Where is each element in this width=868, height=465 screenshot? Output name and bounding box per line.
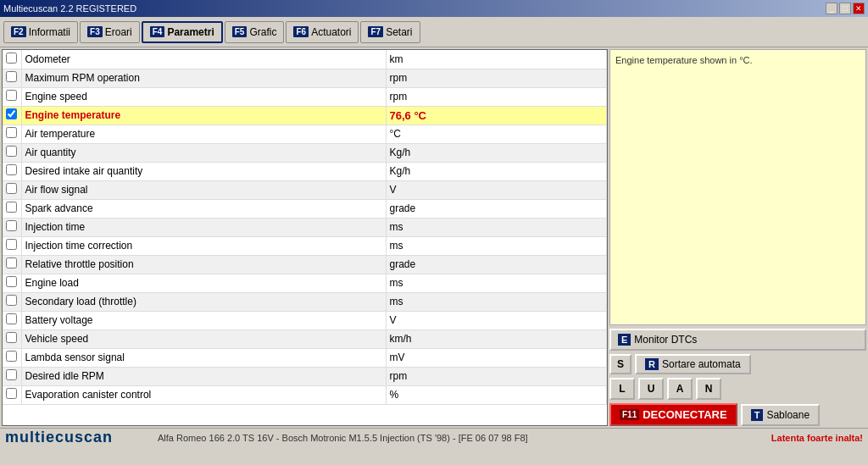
param-checkbox-cell[interactable] [3, 385, 21, 404]
table-row: Maximum RPM operationrpm [3, 69, 607, 87]
tab-key-3: F5 [232, 26, 248, 37]
param-checkbox-cell[interactable] [3, 218, 21, 236]
param-name: Odometer [21, 50, 386, 69]
param-unit: Kg/h [386, 162, 607, 180]
tab-setari[interactable]: F7Setari [360, 21, 420, 43]
param-checkbox[interactable] [6, 90, 17, 101]
param-checkbox[interactable] [6, 146, 17, 157]
latenta-text: Latenta foarte inalta! [771, 433, 863, 443]
param-checkbox[interactable] [6, 257, 17, 268]
tab-eroari[interactable]: F3Eroari [80, 21, 140, 43]
table-row: Spark advancegrade [3, 199, 607, 218]
maximize-btn[interactable]: □ [839, 3, 851, 14]
decon-key-badge: F11 [620, 409, 639, 420]
param-checkbox[interactable] [6, 108, 17, 119]
main-area: OdometerkmMaximum RPM operationrpmEngine… [0, 47, 868, 428]
param-name: Desired intake air quantity [21, 162, 386, 180]
sortare-row: SRSortare automata [609, 354, 866, 374]
param-unit: rpm [386, 367, 607, 385]
param-checkbox[interactable] [6, 369, 17, 380]
param-checkbox-cell[interactable] [3, 311, 21, 329]
param-checkbox[interactable] [6, 127, 17, 138]
table-row: Air flow signalV [3, 180, 607, 199]
param-checkbox-cell[interactable] [3, 367, 21, 385]
param-table: OdometerkmMaximum RPM operationrpmEngine… [3, 50, 607, 405]
param-checkbox-cell[interactable] [3, 69, 21, 87]
tab-grafic[interactable]: F5Grafic [225, 21, 285, 43]
param-checkbox[interactable] [6, 202, 17, 213]
param-checkbox-cell[interactable] [3, 292, 21, 311]
param-unit: km/h [386, 329, 607, 348]
param-checkbox[interactable] [6, 220, 17, 231]
tab-label-1: Eroari [105, 26, 132, 38]
param-checkbox[interactable] [6, 239, 17, 250]
table-row: Relative throttle positiongrade [3, 255, 607, 274]
param-checkbox-cell[interactable] [3, 274, 21, 292]
deconectare-btn[interactable]: F11 DECONECTARE [609, 403, 737, 426]
param-unit: °C [386, 125, 607, 143]
param-checkbox-cell[interactable] [3, 236, 21, 255]
param-name: Air flow signal [21, 180, 386, 199]
minimize-btn[interactable]: _ [826, 3, 837, 14]
param-unit: mV [386, 348, 607, 367]
param-checkbox[interactable] [6, 388, 17, 399]
window-controls[interactable]: _ □ ✕ [826, 3, 865, 14]
table-row: Secondary load (throttle)ms [3, 292, 607, 311]
param-name: Air temperature [21, 125, 386, 143]
param-checkbox-cell[interactable] [3, 106, 21, 125]
param-checkbox[interactable] [6, 53, 17, 64]
param-checkbox-cell[interactable] [3, 87, 21, 106]
param-unit: rpm [386, 87, 607, 106]
monitor-dtcs-btn[interactable]: E Monitor DTCs [609, 329, 866, 351]
sortare-automata-btn[interactable]: RSortare automata [635, 354, 751, 374]
param-name: Engine speed [21, 87, 386, 106]
nav-n-btn[interactable]: N [696, 378, 721, 400]
param-checkbox-cell[interactable] [3, 180, 21, 199]
param-checkbox[interactable] [6, 276, 17, 287]
table-row: Air quantityKg/h [3, 143, 607, 162]
close-btn[interactable]: ✕ [853, 3, 865, 14]
toolbar: F2InformatiiF3EroariF4ParametriF5GraficF… [0, 17, 868, 47]
tab-parametri[interactable]: F4Parametri [142, 21, 223, 43]
param-checkbox[interactable] [6, 71, 17, 82]
param-checkbox[interactable] [6, 164, 17, 175]
tab-actuatori[interactable]: F6Actuatori [286, 21, 359, 43]
decon-label: DECONECTARE [643, 408, 726, 421]
param-checkbox-cell[interactable] [3, 329, 21, 348]
param-checkbox[interactable] [6, 351, 17, 362]
param-checkbox[interactable] [6, 313, 17, 324]
param-name: Desired idle RPM [21, 367, 386, 385]
param-checkbox[interactable] [6, 295, 17, 306]
tab-label-5: Setari [386, 26, 412, 38]
param-value: 76,6 °C [386, 106, 607, 125]
nav-a-btn[interactable]: A [667, 378, 693, 400]
param-table-container[interactable]: OdometerkmMaximum RPM operationrpmEngine… [2, 49, 608, 426]
tab-informatii[interactable]: F2Informatii [3, 21, 78, 43]
nav-u-btn[interactable]: U [638, 378, 664, 400]
param-checkbox-cell[interactable] [3, 125, 21, 143]
param-name: Engine temperature [21, 106, 386, 125]
param-unit: km [386, 50, 607, 69]
table-row: Engine loadms [3, 274, 607, 292]
s-key-btn[interactable]: S [609, 354, 632, 374]
sortare-key-badge: R [645, 358, 659, 370]
param-unit: V [386, 180, 607, 199]
param-checkbox-cell[interactable] [3, 143, 21, 162]
param-name: Air quantity [21, 143, 386, 162]
sabloane-btn[interactable]: T Sabloane [741, 404, 820, 426]
param-checkbox[interactable] [6, 332, 17, 343]
param-checkbox-cell[interactable] [3, 162, 21, 180]
param-name: Relative throttle position [21, 255, 386, 274]
param-checkbox-cell[interactable] [3, 348, 21, 367]
param-checkbox-cell[interactable] [3, 199, 21, 218]
nav-l-btn[interactable]: L [609, 378, 635, 400]
param-checkbox[interactable] [6, 183, 17, 194]
param-unit: rpm [386, 69, 607, 87]
param-name: Battery voltage [21, 311, 386, 329]
logo-text: multiecuscan [5, 429, 113, 446]
table-row: Injection timems [3, 218, 607, 236]
right-panel: Engine temperature shown in °C. E Monito… [609, 49, 866, 426]
param-checkbox-cell[interactable] [3, 255, 21, 274]
param-checkbox-cell[interactable] [3, 50, 21, 69]
param-unit: Kg/h [386, 143, 607, 162]
